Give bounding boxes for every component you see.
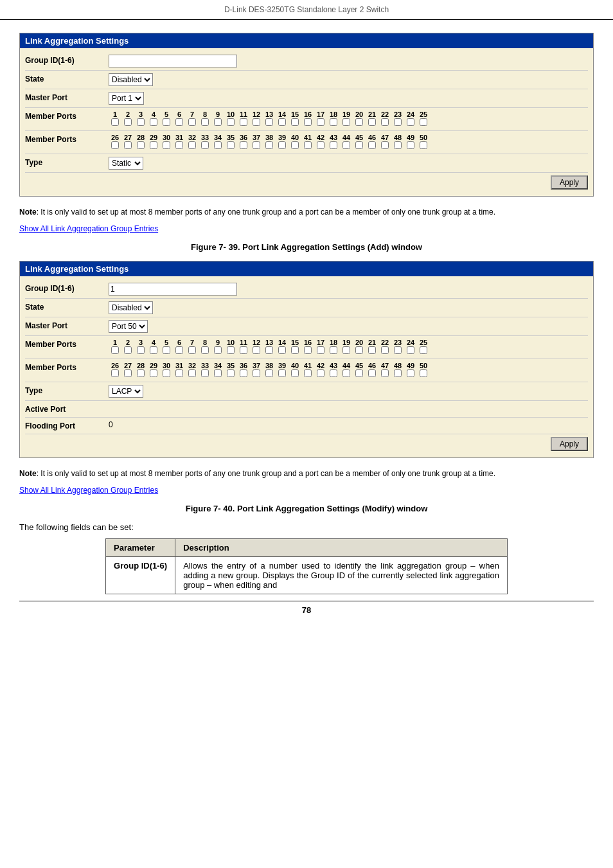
port-check-41[interactable] bbox=[304, 141, 312, 149]
p2-group-id-input[interactable] bbox=[109, 283, 237, 296]
p2-port-check-36[interactable] bbox=[240, 369, 247, 377]
port-check-26[interactable] bbox=[111, 141, 119, 149]
port-check-30[interactable] bbox=[163, 141, 170, 149]
port-check-40[interactable] bbox=[291, 141, 299, 149]
p2-port-check-27[interactable] bbox=[124, 369, 132, 377]
p2-port-check-40[interactable] bbox=[291, 369, 299, 377]
port-check-9[interactable] bbox=[214, 118, 222, 126]
p2-port-check-29[interactable] bbox=[150, 369, 157, 377]
p2-port-check-38[interactable] bbox=[265, 369, 273, 377]
port-check-16[interactable] bbox=[304, 118, 312, 126]
p2-port-check-26[interactable] bbox=[111, 369, 119, 377]
p2-port-check-35[interactable] bbox=[227, 369, 235, 377]
port-check-21[interactable] bbox=[368, 118, 376, 126]
port-check-18[interactable] bbox=[330, 118, 337, 126]
port-check-25[interactable] bbox=[420, 118, 427, 126]
master-port-select[interactable]: Port 1 bbox=[109, 92, 144, 105]
p2-port-check-9[interactable] bbox=[214, 346, 222, 354]
port-check-46[interactable] bbox=[368, 141, 376, 149]
p2-port-check-15[interactable] bbox=[291, 346, 299, 354]
p2-port-check-10[interactable] bbox=[227, 346, 235, 354]
port-check-28[interactable] bbox=[137, 141, 145, 149]
port-check-15[interactable] bbox=[291, 118, 299, 126]
p2-port-check-18[interactable] bbox=[330, 346, 337, 354]
p2-port-check-25[interactable] bbox=[420, 346, 427, 354]
p2-port-check-46[interactable] bbox=[368, 369, 376, 377]
p2-port-check-13[interactable] bbox=[265, 346, 273, 354]
p2-port-check-24[interactable] bbox=[407, 346, 414, 354]
port-check-5[interactable] bbox=[163, 118, 170, 126]
p2-port-check-7[interactable] bbox=[188, 346, 196, 354]
p2-port-check-21[interactable] bbox=[368, 346, 376, 354]
p2-port-check-47[interactable] bbox=[381, 369, 389, 377]
port-check-1[interactable] bbox=[111, 118, 119, 126]
p2-port-check-41[interactable] bbox=[304, 369, 312, 377]
port-check-45[interactable] bbox=[355, 141, 363, 149]
p2-port-check-44[interactable] bbox=[342, 369, 350, 377]
p2-port-check-43[interactable] bbox=[330, 369, 337, 377]
show-link1[interactable]: Show All Link Aggregation Group Entries bbox=[19, 224, 158, 233]
p2-port-check-1[interactable] bbox=[111, 346, 119, 354]
port-check-43[interactable] bbox=[330, 141, 337, 149]
p2-port-check-49[interactable] bbox=[407, 369, 414, 377]
p2-port-check-8[interactable] bbox=[201, 346, 209, 354]
port-check-23[interactable] bbox=[394, 118, 402, 126]
port-check-27[interactable] bbox=[124, 141, 132, 149]
port-check-17[interactable] bbox=[317, 118, 324, 126]
p2-port-check-19[interactable] bbox=[342, 346, 350, 354]
group-id-input[interactable] bbox=[109, 55, 237, 67]
p2-port-check-31[interactable] bbox=[175, 369, 183, 377]
port-check-31[interactable] bbox=[175, 141, 183, 149]
port-check-8[interactable] bbox=[201, 118, 209, 126]
apply-button1[interactable]: Apply bbox=[551, 175, 588, 190]
p2-port-check-12[interactable] bbox=[253, 346, 260, 354]
p2-port-check-33[interactable] bbox=[201, 369, 209, 377]
p2-port-check-14[interactable] bbox=[278, 346, 286, 354]
p2-port-check-34[interactable] bbox=[214, 369, 222, 377]
port-check-7[interactable] bbox=[188, 118, 196, 126]
state-select[interactable]: Disabled Enabled bbox=[109, 73, 153, 86]
p2-port-check-6[interactable] bbox=[175, 346, 183, 354]
p2-port-check-3[interactable] bbox=[137, 346, 145, 354]
p2-port-check-45[interactable] bbox=[355, 369, 363, 377]
p2-type-select[interactable]: Static LACP bbox=[109, 385, 143, 398]
port-check-48[interactable] bbox=[394, 141, 402, 149]
p2-port-check-39[interactable] bbox=[278, 369, 286, 377]
p2-port-check-28[interactable] bbox=[137, 369, 145, 377]
p2-port-check-48[interactable] bbox=[394, 369, 402, 377]
p2-port-check-17[interactable] bbox=[317, 346, 324, 354]
port-check-13[interactable] bbox=[265, 118, 273, 126]
p2-port-check-42[interactable] bbox=[317, 369, 324, 377]
port-check-2[interactable] bbox=[124, 118, 132, 126]
p2-port-check-4[interactable] bbox=[150, 346, 157, 354]
port-check-29[interactable] bbox=[150, 141, 157, 149]
port-check-24[interactable] bbox=[407, 118, 414, 126]
port-check-47[interactable] bbox=[381, 141, 389, 149]
p2-port-check-20[interactable] bbox=[355, 346, 363, 354]
show-link2[interactable]: Show All Link Aggregation Group Entries bbox=[19, 486, 158, 495]
p2-port-check-5[interactable] bbox=[163, 346, 170, 354]
port-check-35[interactable] bbox=[227, 141, 235, 149]
port-check-42[interactable] bbox=[317, 141, 324, 149]
port-check-19[interactable] bbox=[342, 118, 350, 126]
port-check-11[interactable] bbox=[240, 118, 247, 126]
p2-port-check-16[interactable] bbox=[304, 346, 312, 354]
p2-port-check-22[interactable] bbox=[381, 346, 389, 354]
port-check-49[interactable] bbox=[407, 141, 414, 149]
port-check-12[interactable] bbox=[253, 118, 260, 126]
port-check-39[interactable] bbox=[278, 141, 286, 149]
p2-master-port-select[interactable]: Port 50 bbox=[109, 320, 148, 333]
port-check-36[interactable] bbox=[240, 141, 247, 149]
port-check-37[interactable] bbox=[253, 141, 260, 149]
p2-port-check-2[interactable] bbox=[124, 346, 132, 354]
p2-port-check-32[interactable] bbox=[188, 369, 196, 377]
port-check-14[interactable] bbox=[278, 118, 286, 126]
p2-port-check-30[interactable] bbox=[163, 369, 170, 377]
type-select[interactable]: Static LACP bbox=[109, 157, 143, 170]
port-check-34[interactable] bbox=[214, 141, 222, 149]
port-check-44[interactable] bbox=[342, 141, 350, 149]
p2-port-check-23[interactable] bbox=[394, 346, 402, 354]
port-check-20[interactable] bbox=[355, 118, 363, 126]
port-check-10[interactable] bbox=[227, 118, 235, 126]
port-check-22[interactable] bbox=[381, 118, 389, 126]
